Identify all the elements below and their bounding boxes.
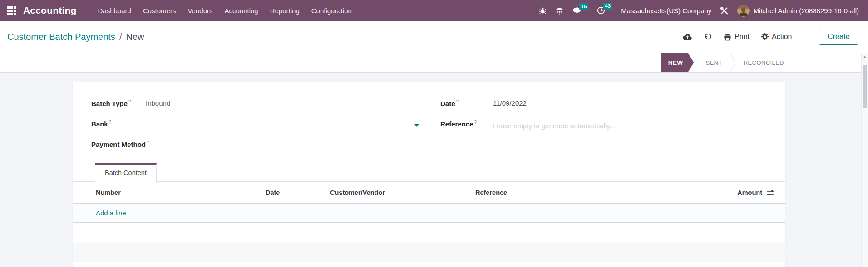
- triangle-up-icon: [863, 56, 867, 58]
- debug-bug-icon[interactable]: [539, 7, 547, 15]
- notebook-tabs: Batch Content: [73, 163, 785, 182]
- breadcrumb: Customer Batch Payments / New: [7, 32, 144, 42]
- top-navbar: Accounting Dashboard Customers Vendors A…: [0, 0, 868, 21]
- main-menu: Dashboard Customers Vendors Accounting R…: [92, 4, 358, 18]
- help-marker: ?: [456, 99, 459, 104]
- reference-input[interactable]: [493, 120, 695, 131]
- action-button[interactable]: Action: [761, 33, 792, 41]
- cloud-upload-icon[interactable]: [683, 34, 692, 40]
- date-label: Date?: [440, 97, 493, 107]
- undo-icon[interactable]: [704, 33, 712, 41]
- systray: 15 43 Massachusetts(US) Company: [539, 5, 859, 17]
- empty-list-row: [73, 223, 785, 243]
- bank-dropdown-caret-icon[interactable]: [414, 124, 419, 127]
- breadcrumb-parent-link[interactable]: Customer Batch Payments: [7, 32, 115, 42]
- nav-item-vendors[interactable]: Vendors: [182, 4, 218, 18]
- help-marker: ?: [109, 120, 112, 125]
- nav-item-reporting[interactable]: Reporting: [264, 4, 306, 18]
- column-header-amount[interactable]: Amount: [710, 182, 786, 204]
- empty-list-row: [73, 243, 785, 262]
- field-row-payment-method: Payment Method?: [91, 138, 421, 159]
- column-header-number[interactable]: Number: [73, 182, 264, 204]
- status-step-reconciled[interactable]: RECONCILED: [736, 53, 792, 72]
- scroll-up-button[interactable]: [862, 53, 868, 61]
- batch-type-label: Batch Type?: [91, 97, 146, 107]
- breadcrumb-current: New: [126, 32, 144, 42]
- odoo-accounting-window: Accounting Dashboard Customers Vendors A…: [0, 0, 868, 267]
- column-header-customer-vendor[interactable]: Customer/Vendor: [328, 182, 473, 204]
- optional-columns-icon[interactable]: [766, 189, 775, 196]
- table-header-row: Number Date Customer/Vendor Reference Am…: [73, 182, 786, 204]
- printer-icon: [724, 33, 731, 41]
- add-line-row: Add a line: [73, 204, 785, 223]
- batch-content-list: Number Date Customer/Vendor Reference Am…: [73, 182, 785, 262]
- field-row-date: Date? 11/09/2022: [440, 97, 695, 118]
- messages-icon[interactable]: 15: [572, 7, 589, 15]
- nav-item-accounting[interactable]: Accounting: [218, 4, 264, 18]
- print-button[interactable]: Print: [724, 33, 750, 41]
- form-sheet: Batch Type? Inbound Bank? Payment Method…: [73, 82, 785, 267]
- bank-label: Bank?: [91, 118, 146, 128]
- field-row-batch-type: Batch Type? Inbound: [91, 97, 421, 118]
- scrollbar-thumb[interactable]: [863, 65, 867, 108]
- field-row-bank: Bank?: [91, 118, 421, 138]
- user-name: Mitchell Admin (20888299-16-0-all): [753, 7, 859, 15]
- apps-menu-icon[interactable]: [7, 6, 16, 15]
- form-statusbar: NEW SENT RECONCILED: [0, 53, 868, 73]
- batch-content-table: Number Date Customer/Vendor Reference Am…: [73, 182, 786, 204]
- reference-label: Reference?: [440, 118, 493, 128]
- column-header-reference[interactable]: Reference: [473, 182, 710, 204]
- activity-count-badge: 43: [603, 3, 612, 10]
- nav-item-customers[interactable]: Customers: [137, 4, 182, 18]
- help-marker: ?: [474, 120, 477, 125]
- control-panel-buttons: Print Action: [683, 29, 858, 45]
- field-row-reference: Reference?: [440, 118, 695, 138]
- user-menu[interactable]: Mitchell Admin (20888299-16-0-all): [737, 5, 859, 17]
- status-separator-chevron: [730, 53, 736, 72]
- voip-phone-icon[interactable]: [555, 7, 564, 15]
- status-step-sent[interactable]: SENT: [698, 53, 730, 72]
- batch-type-value[interactable]: Inbound: [146, 99, 170, 107]
- content-area: Batch Type? Inbound Bank? Payment Method…: [0, 73, 861, 267]
- activities-clock-icon[interactable]: 43: [597, 6, 612, 15]
- help-marker: ?: [147, 140, 149, 145]
- nav-item-configuration[interactable]: Configuration: [306, 4, 358, 18]
- create-button[interactable]: Create: [819, 29, 858, 45]
- message-count-badge: 15: [579, 3, 589, 10]
- payment-method-label: Payment Method?: [91, 138, 146, 148]
- payment-method-value[interactable]: [146, 138, 421, 140]
- tab-batch-content[interactable]: Batch Content: [95, 163, 157, 182]
- bank-input[interactable]: [146, 120, 421, 131]
- status-step-new[interactable]: NEW: [661, 53, 694, 72]
- company-switcher[interactable]: Massachusetts(US) Company: [621, 7, 711, 15]
- form-fields-grid: Batch Type? Inbound Bank? Payment Method…: [91, 97, 767, 159]
- app-name[interactable]: Accounting: [23, 5, 77, 16]
- control-panel: Customer Batch Payments / New: [0, 21, 868, 53]
- help-marker: ?: [128, 99, 131, 104]
- user-avatar: [737, 5, 750, 17]
- breadcrumb-separator: /: [119, 32, 122, 42]
- gear-icon: [761, 33, 769, 40]
- date-value[interactable]: 11/09/2022: [493, 99, 527, 107]
- action-label: Action: [772, 33, 792, 41]
- tools-icon[interactable]: [720, 6, 729, 15]
- column-header-date[interactable]: Date: [264, 182, 328, 204]
- vertical-scrollbar[interactable]: [861, 53, 868, 267]
- print-label: Print: [735, 33, 750, 41]
- add-a-line-link[interactable]: Add a line: [96, 209, 126, 217]
- nav-item-dashboard[interactable]: Dashboard: [92, 4, 137, 18]
